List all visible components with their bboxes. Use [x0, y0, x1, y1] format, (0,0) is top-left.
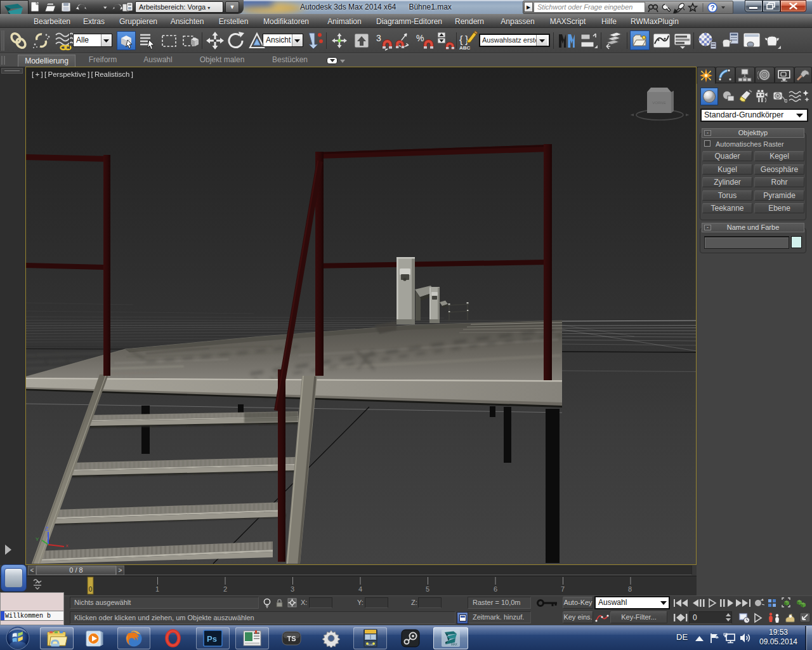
svg-text:?: ? [710, 4, 715, 11]
svg-text:4: 4 [358, 585, 362, 593]
svg-text:+: + [761, 598, 764, 602]
svg-text:Ps: Ps [207, 634, 217, 644]
svg-text:TS: TS [287, 635, 296, 642]
svg-text:1: 1 [155, 585, 159, 593]
svg-text:8: 8 [628, 585, 632, 593]
svg-text:6: 6 [494, 585, 497, 593]
svg-text:MAX: MAX [451, 643, 457, 646]
svg-text:x: x [66, 543, 69, 548]
svg-text:8246: 8246 [368, 643, 374, 646]
svg-text:3: 3 [291, 585, 294, 593]
svg-text:[ + ] [ Perspektive ] [ Realis: [ + ] [ Perspektive ] [ Realistisch ] [32, 70, 133, 78]
svg-text:%: % [416, 33, 424, 43]
svg-text:Z: Z [45, 526, 49, 532]
svg-text:Y: Y [36, 536, 39, 542]
svg-text:5: 5 [426, 585, 429, 593]
svg-text:7: 7 [561, 585, 565, 593]
svg-text:{ }: { } [459, 34, 469, 46]
svg-text:VORNE: VORNE [652, 101, 665, 105]
svg-text:0: 0 [89, 586, 93, 593]
svg-text:2: 2 [223, 585, 227, 593]
svg-text:3: 3 [376, 33, 381, 43]
svg-text:ABC: ABC [459, 45, 471, 51]
